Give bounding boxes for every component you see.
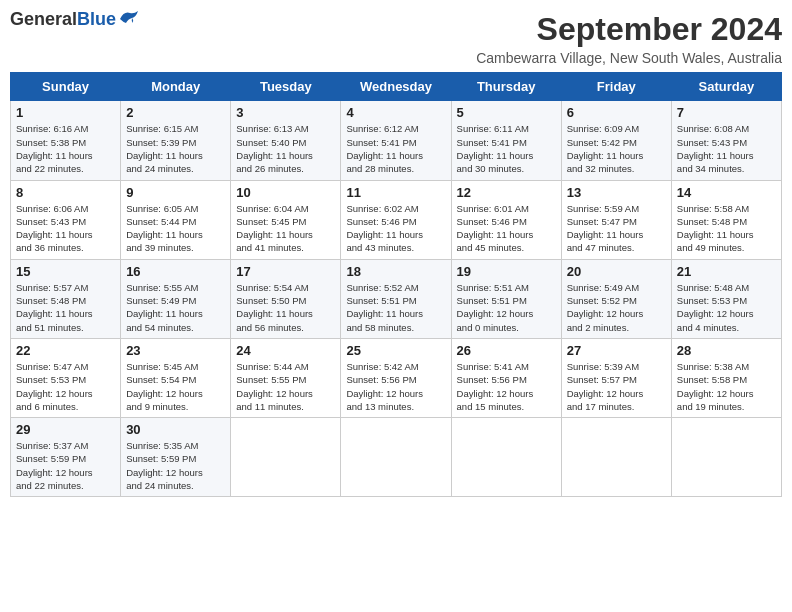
calendar-cell: 24Sunrise: 5:44 AMSunset: 5:55 PMDayligh… [231,338,341,417]
day-info: Sunrise: 5:49 AMSunset: 5:52 PMDaylight:… [567,281,666,334]
day-info: Sunrise: 5:52 AMSunset: 5:51 PMDaylight:… [346,281,445,334]
weekday-header-tuesday: Tuesday [231,73,341,101]
day-number: 19 [457,264,556,279]
day-number: 4 [346,105,445,120]
calendar-cell [561,418,671,497]
day-info: Sunrise: 6:02 AMSunset: 5:46 PMDaylight:… [346,202,445,255]
day-number: 10 [236,185,335,200]
calendar-week-2: 8Sunrise: 6:06 AMSunset: 5:43 PMDaylight… [11,180,782,259]
day-number: 20 [567,264,666,279]
calendar-cell: 20Sunrise: 5:49 AMSunset: 5:52 PMDayligh… [561,259,671,338]
calendar-cell: 25Sunrise: 5:42 AMSunset: 5:56 PMDayligh… [341,338,451,417]
day-info: Sunrise: 5:48 AMSunset: 5:53 PMDaylight:… [677,281,776,334]
calendar-cell: 22Sunrise: 5:47 AMSunset: 5:53 PMDayligh… [11,338,121,417]
calendar-cell: 23Sunrise: 5:45 AMSunset: 5:54 PMDayligh… [121,338,231,417]
day-info: Sunrise: 5:59 AMSunset: 5:47 PMDaylight:… [567,202,666,255]
calendar-week-1: 1Sunrise: 6:16 AMSunset: 5:38 PMDaylight… [11,101,782,180]
calendar-week-3: 15Sunrise: 5:57 AMSunset: 5:48 PMDayligh… [11,259,782,338]
day-info: Sunrise: 6:11 AMSunset: 5:41 PMDaylight:… [457,122,556,175]
weekday-header-wednesday: Wednesday [341,73,451,101]
day-info: Sunrise: 6:05 AMSunset: 5:44 PMDaylight:… [126,202,225,255]
logo: GeneralBlue [10,10,140,30]
calendar-cell: 15Sunrise: 5:57 AMSunset: 5:48 PMDayligh… [11,259,121,338]
calendar-cell: 27Sunrise: 5:39 AMSunset: 5:57 PMDayligh… [561,338,671,417]
day-number: 14 [677,185,776,200]
day-number: 27 [567,343,666,358]
weekday-header-thursday: Thursday [451,73,561,101]
day-number: 30 [126,422,225,437]
day-info: Sunrise: 5:38 AMSunset: 5:58 PMDaylight:… [677,360,776,413]
day-number: 9 [126,185,225,200]
month-title: September 2024 [476,10,782,48]
calendar-week-5: 29Sunrise: 5:37 AMSunset: 5:59 PMDayligh… [11,418,782,497]
day-number: 6 [567,105,666,120]
day-info: Sunrise: 5:51 AMSunset: 5:51 PMDaylight:… [457,281,556,334]
page-header: GeneralBlue September 2024 Cambewarra Vi… [10,10,782,66]
day-info: Sunrise: 5:45 AMSunset: 5:54 PMDaylight:… [126,360,225,413]
day-number: 18 [346,264,445,279]
day-info: Sunrise: 5:41 AMSunset: 5:56 PMDaylight:… [457,360,556,413]
day-number: 16 [126,264,225,279]
calendar-cell: 2Sunrise: 6:15 AMSunset: 5:39 PMDaylight… [121,101,231,180]
calendar-cell [671,418,781,497]
calendar-cell: 21Sunrise: 5:48 AMSunset: 5:53 PMDayligh… [671,259,781,338]
day-info: Sunrise: 5:57 AMSunset: 5:48 PMDaylight:… [16,281,115,334]
calendar-cell: 19Sunrise: 5:51 AMSunset: 5:51 PMDayligh… [451,259,561,338]
day-number: 7 [677,105,776,120]
day-info: Sunrise: 5:47 AMSunset: 5:53 PMDaylight:… [16,360,115,413]
calendar-cell: 30Sunrise: 5:35 AMSunset: 5:59 PMDayligh… [121,418,231,497]
calendar-cell: 7Sunrise: 6:08 AMSunset: 5:43 PMDaylight… [671,101,781,180]
day-info: Sunrise: 6:09 AMSunset: 5:42 PMDaylight:… [567,122,666,175]
day-info: Sunrise: 6:06 AMSunset: 5:43 PMDaylight:… [16,202,115,255]
calendar-cell: 28Sunrise: 5:38 AMSunset: 5:58 PMDayligh… [671,338,781,417]
day-info: Sunrise: 5:54 AMSunset: 5:50 PMDaylight:… [236,281,335,334]
day-number: 25 [346,343,445,358]
calendar-cell: 26Sunrise: 5:41 AMSunset: 5:56 PMDayligh… [451,338,561,417]
day-number: 3 [236,105,335,120]
day-info: Sunrise: 6:12 AMSunset: 5:41 PMDaylight:… [346,122,445,175]
calendar-cell: 4Sunrise: 6:12 AMSunset: 5:41 PMDaylight… [341,101,451,180]
calendar-cell: 3Sunrise: 6:13 AMSunset: 5:40 PMDaylight… [231,101,341,180]
calendar-cell: 6Sunrise: 6:09 AMSunset: 5:42 PMDaylight… [561,101,671,180]
calendar-cell: 17Sunrise: 5:54 AMSunset: 5:50 PMDayligh… [231,259,341,338]
calendar-cell: 12Sunrise: 6:01 AMSunset: 5:46 PMDayligh… [451,180,561,259]
location-title: Cambewarra Village, New South Wales, Aus… [476,50,782,66]
calendar-cell: 1Sunrise: 6:16 AMSunset: 5:38 PMDaylight… [11,101,121,180]
weekday-header-friday: Friday [561,73,671,101]
calendar-cell: 16Sunrise: 5:55 AMSunset: 5:49 PMDayligh… [121,259,231,338]
day-number: 11 [346,185,445,200]
calendar-cell: 13Sunrise: 5:59 AMSunset: 5:47 PMDayligh… [561,180,671,259]
weekday-header-monday: Monday [121,73,231,101]
calendar-cell: 18Sunrise: 5:52 AMSunset: 5:51 PMDayligh… [341,259,451,338]
day-info: Sunrise: 5:44 AMSunset: 5:55 PMDaylight:… [236,360,335,413]
day-info: Sunrise: 6:04 AMSunset: 5:45 PMDaylight:… [236,202,335,255]
day-info: Sunrise: 6:01 AMSunset: 5:46 PMDaylight:… [457,202,556,255]
day-number: 1 [16,105,115,120]
day-info: Sunrise: 5:58 AMSunset: 5:48 PMDaylight:… [677,202,776,255]
calendar-cell [231,418,341,497]
title-section: September 2024 Cambewarra Village, New S… [476,10,782,66]
calendar-cell: 14Sunrise: 5:58 AMSunset: 5:48 PMDayligh… [671,180,781,259]
calendar-cell [341,418,451,497]
calendar-cell [451,418,561,497]
day-info: Sunrise: 5:55 AMSunset: 5:49 PMDaylight:… [126,281,225,334]
weekday-header-saturday: Saturday [671,73,781,101]
calendar-header-row: SundayMondayTuesdayWednesdayThursdayFrid… [11,73,782,101]
day-info: Sunrise: 6:15 AMSunset: 5:39 PMDaylight:… [126,122,225,175]
calendar-cell: 8Sunrise: 6:06 AMSunset: 5:43 PMDaylight… [11,180,121,259]
day-info: Sunrise: 6:13 AMSunset: 5:40 PMDaylight:… [236,122,335,175]
day-number: 5 [457,105,556,120]
bird-icon [118,9,140,27]
day-number: 12 [457,185,556,200]
day-info: Sunrise: 6:16 AMSunset: 5:38 PMDaylight:… [16,122,115,175]
calendar-cell: 5Sunrise: 6:11 AMSunset: 5:41 PMDaylight… [451,101,561,180]
calendar-cell: 9Sunrise: 6:05 AMSunset: 5:44 PMDaylight… [121,180,231,259]
day-number: 26 [457,343,556,358]
logo-text: GeneralBlue [10,10,116,30]
day-number: 23 [126,343,225,358]
day-number: 28 [677,343,776,358]
weekday-header-sunday: Sunday [11,73,121,101]
calendar-week-4: 22Sunrise: 5:47 AMSunset: 5:53 PMDayligh… [11,338,782,417]
day-number: 15 [16,264,115,279]
day-number: 8 [16,185,115,200]
